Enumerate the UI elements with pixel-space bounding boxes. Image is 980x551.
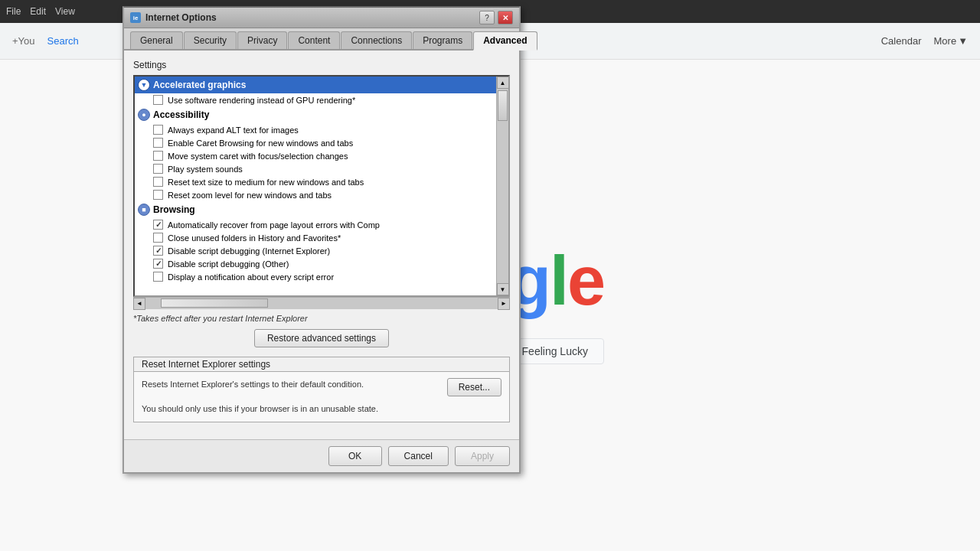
setting-label-close-folders: Close unused folders in History and Favo… xyxy=(168,233,341,243)
checkbox-caret-browsing[interactable] xyxy=(153,138,163,148)
checkbox-software-rendering[interactable] xyxy=(153,95,163,105)
setting-label-reset-zoom: Reset zoom level for new windows and tab… xyxy=(168,191,332,200)
setting-label-alt-text: Always expand ALT text for images xyxy=(168,126,299,135)
checkbox-alt-text[interactable] xyxy=(153,125,163,135)
group-browsing[interactable]: ■ Browsing xyxy=(135,201,496,218)
setting-reset-zoom[interactable]: Reset zoom level for new windows and tab… xyxy=(135,188,496,201)
setting-label-disable-debug-other: Disable script debugging (Other) xyxy=(168,259,289,269)
hscroll-right-arrow[interactable]: ► xyxy=(498,298,510,310)
group-label-accessibility: Accessibility xyxy=(153,109,209,120)
setting-label-play-sounds: Play system sounds xyxy=(168,165,243,174)
checkbox-auto-recover[interactable]: ✓ xyxy=(153,220,163,230)
setting-label-auto-recover: Automatically recover from page layout e… xyxy=(168,220,380,230)
dialog-help-button[interactable]: ? xyxy=(479,11,495,24)
dialog-buttons: OK Cancel Apply xyxy=(124,439,519,472)
vertical-scrollbar[interactable]: ▲ ▼ xyxy=(496,77,508,295)
setting-label-reset-text-size: Reset text size to medium for new window… xyxy=(168,178,364,187)
checkbox-reset-text-size[interactable] xyxy=(153,177,163,187)
internet-options-dialog: ie Internet Options ? ✕ General Security… xyxy=(122,6,521,474)
group-accessibility[interactable]: ● Accessibility xyxy=(135,106,496,123)
tab-advanced[interactable]: Advanced xyxy=(473,31,537,51)
checkbox-reset-zoom[interactable] xyxy=(153,190,163,200)
hscroll-left-arrow[interactable]: ◄ xyxy=(133,298,145,310)
restart-note: *Takes effect after you restart Internet… xyxy=(133,314,510,323)
hscroll-thumb[interactable] xyxy=(161,298,268,308)
ok-button[interactable]: OK xyxy=(328,446,382,466)
setting-system-caret[interactable]: Move system caret with focus/selection c… xyxy=(135,149,496,162)
cancel-button[interactable]: Cancel xyxy=(388,446,449,466)
setting-alt-text[interactable]: Always expand ALT text for images xyxy=(135,123,496,136)
setting-caret-browsing[interactable]: Enable Caret Browsing for new windows an… xyxy=(135,136,496,149)
hscroll-track[interactable] xyxy=(145,298,498,309)
tab-general[interactable]: General xyxy=(130,31,183,49)
scroll-down-arrow[interactable]: ▼ xyxy=(497,283,509,295)
checkbox-disable-debug-ie[interactable]: ✓ xyxy=(153,246,163,256)
dialog-title-area: ie Internet Options xyxy=(130,12,217,23)
dialog-titlebar: ie Internet Options ? ✕ xyxy=(124,8,519,28)
dialog-title-text: Internet Options xyxy=(145,12,217,23)
dialog-controls: ? ✕ xyxy=(479,11,513,24)
setting-disable-debug-ie[interactable]: ✓ Disable script debugging (Internet Exp… xyxy=(135,244,496,257)
setting-script-error-notify[interactable]: Display a notification about every scrip… xyxy=(135,270,496,283)
apply-button[interactable]: Apply xyxy=(455,446,510,466)
group-accelerated-graphics[interactable]: ▼ Accelerated graphics xyxy=(135,77,496,93)
expand-icon-browsing: ■ xyxy=(138,204,150,216)
reset-button[interactable]: Reset... xyxy=(447,378,501,396)
tab-privacy[interactable]: Privacy xyxy=(237,31,287,49)
horizontal-scrollbar[interactable]: ◄ ► xyxy=(133,297,510,309)
reset-section: Reset Internet Explorer settings Resets … xyxy=(133,357,510,422)
setting-reset-text-size[interactable]: Reset text size to medium for new window… xyxy=(135,175,496,188)
setting-software-rendering[interactable]: Use software rendering instead of GPU re… xyxy=(135,93,496,106)
expand-icon-accessibility: ● xyxy=(138,109,150,121)
window-icon: ie xyxy=(130,12,141,23)
tab-connections[interactable]: Connections xyxy=(341,31,412,49)
settings-listbox[interactable]: ▼ Accelerated graphics Use software rend… xyxy=(133,75,510,297)
tab-security[interactable]: Security xyxy=(184,31,237,49)
setting-label-script-error-notify: Display a notification about every scrip… xyxy=(168,272,334,282)
reset-description-text: Resets Internet Explorer's settings to t… xyxy=(142,380,364,389)
reset-warning: You should only use this if your browser… xyxy=(142,403,501,416)
setting-label-caret-browsing: Enable Caret Browsing for new windows an… xyxy=(168,139,353,148)
tab-programs[interactable]: Programs xyxy=(413,31,472,49)
reset-section-title: Reset Internet Explorer settings xyxy=(134,357,509,372)
dialog-overlay: ie Internet Options ? ✕ General Security… xyxy=(0,0,980,551)
dialog-close-button[interactable]: ✕ xyxy=(498,11,513,24)
scroll-thumb[interactable] xyxy=(498,90,508,121)
checkbox-disable-debug-other[interactable]: ✓ xyxy=(153,259,163,269)
restore-advanced-settings-button[interactable]: Restore advanced settings xyxy=(254,329,389,347)
dialog-body: Settings ▼ Accelerated graphics Use soft… xyxy=(124,51,519,439)
setting-play-sounds[interactable]: Play system sounds xyxy=(135,162,496,175)
dialog-tabs: General Security Privacy Content Connect… xyxy=(124,28,519,51)
checkbox-close-folders[interactable] xyxy=(153,233,163,243)
checkbox-script-error-notify[interactable] xyxy=(153,272,163,282)
reset-description: Resets Internet Explorer's settings to t… xyxy=(142,378,439,391)
settings-label: Settings xyxy=(133,60,510,70)
setting-label-system-caret: Move system caret with focus/selection c… xyxy=(168,152,348,161)
scroll-up-arrow[interactable]: ▲ xyxy=(497,77,509,89)
checkbox-play-sounds[interactable] xyxy=(153,164,163,174)
group-label-browsing: Browsing xyxy=(153,204,195,215)
setting-auto-recover[interactable]: ✓ Automatically recover from page layout… xyxy=(135,218,496,231)
setting-label-software-rendering: Use software rendering instead of GPU re… xyxy=(168,96,355,105)
scroll-track[interactable] xyxy=(497,89,508,283)
reset-content: Resets Internet Explorer's settings to t… xyxy=(142,378,501,396)
setting-label-disable-debug-ie: Disable script debugging (Internet Explo… xyxy=(168,246,330,256)
tab-content[interactable]: Content xyxy=(288,31,340,49)
setting-close-folders[interactable]: Close unused folders in History and Favo… xyxy=(135,231,496,244)
group-label-accelerated: Accelerated graphics xyxy=(153,80,246,90)
settings-content[interactable]: ▼ Accelerated graphics Use software rend… xyxy=(135,77,496,295)
setting-disable-debug-other[interactable]: ✓ Disable script debugging (Other) xyxy=(135,257,496,270)
expand-icon-accelerated: ▼ xyxy=(138,79,150,91)
checkbox-system-caret[interactable] xyxy=(153,151,163,161)
